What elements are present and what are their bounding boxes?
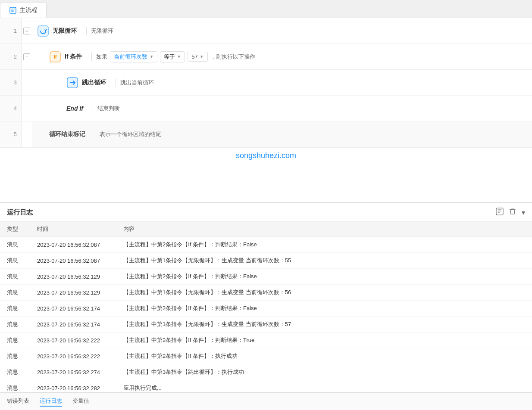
cond-op-chevron: ▼ xyxy=(177,54,181,59)
bottom-tab-vars[interactable]: 变量值 xyxy=(72,396,89,407)
log-cell-type: 消息 xyxy=(0,301,30,317)
log-section: 运行日志 ▾ 类型 时间 xyxy=(0,203,532,410)
log-row: 消息2023-07-20 16:56:32.129【主流程】中第2条指令【If … xyxy=(0,269,532,285)
log-cell-content: 【主流程】中第1条指令【无限循环】：生成变量 当前循环次数：57 xyxy=(116,317,532,332)
row3-label: 跳出循环 xyxy=(82,79,106,87)
bottom-tabs: 错误列表 运行日志 变量值 xyxy=(0,392,532,410)
tab-main-flow[interactable]: 主流程 xyxy=(0,3,47,18)
row-num-2: 2 xyxy=(0,44,22,69)
row4-desc: 结束判断 xyxy=(97,105,120,112)
log-row: 消息2023-07-20 16:56:32.222【主流程】中第2条指令【If … xyxy=(0,332,532,348)
log-row: 消息2023-07-20 16:56:32.282应用执行完成... xyxy=(0,380,532,393)
log-data-table: 类型 时间 内容 消息2023-07-20 16:56:32.087【主流程】中… xyxy=(0,222,532,392)
row-collapse-1[interactable]: − xyxy=(22,18,32,43)
log-header-row: 类型 时间 内容 xyxy=(0,222,532,237)
log-header: 运行日志 ▾ xyxy=(0,203,532,222)
log-cell-content: 【主流程】中第2条指令【If 条件】：判断结果：False xyxy=(116,301,532,317)
log-cell-content: 【主流程】中第1条指令【无限循环】：生成变量 当前循环次数：56 xyxy=(116,285,532,301)
row-num-5: 5 xyxy=(0,121,22,147)
log-table[interactable]: 类型 时间 内容 消息2023-07-20 16:56:32.087【主流程】中… xyxy=(0,222,532,392)
bottom-tab-errors[interactable]: 错误列表 xyxy=(7,396,29,407)
log-row: 消息2023-07-20 16:56:32.129【主流程】中第1条指令【无限循… xyxy=(0,285,532,301)
log-cell-type: 消息 xyxy=(0,380,30,393)
svg-rect-1 xyxy=(38,26,48,36)
row-num-4: 4 xyxy=(0,96,22,121)
row2-label: If 条件 xyxy=(65,53,82,61)
row-content-5: 循环结束标记 表示一个循环区域的结尾 xyxy=(32,121,532,147)
cond-prefix: 如果 xyxy=(96,53,107,61)
watermark: songshuhezi.com xyxy=(0,147,532,164)
log-cell-content: 【主流程】中第2条指令【If 条件】：判断结果：False xyxy=(116,269,532,285)
log-cell-content: 【主流程】中第3条指令【跳出循环】：执行成功 xyxy=(116,364,532,380)
loop-icon xyxy=(37,25,49,37)
divider-2 xyxy=(91,53,92,61)
row-collapse-4 xyxy=(22,96,32,121)
log-row: 消息2023-07-20 16:56:32.087【主流程】中第1条指令【无限循… xyxy=(0,253,532,269)
flow-row-1: 1 − 无限循环 无限循环 xyxy=(0,18,532,44)
row-content-2: If If 条件 如果 当前循环次数 ▼ 等于 ▼ 57 ▼ ，则执 xyxy=(32,44,532,69)
collapse-btn-1[interactable]: − xyxy=(23,28,30,34)
log-table-body: 消息2023-07-20 16:56:32.087【主流程】中第2条指令【If … xyxy=(0,237,532,393)
log-cell-time: 2023-07-20 16:56:32.174 xyxy=(30,301,116,317)
flow-tab-icon xyxy=(9,6,17,14)
row-collapse-5 xyxy=(22,121,32,147)
svg-rect-5 xyxy=(496,208,503,215)
flow-row-3: 3 跳出循环 跳出当前循环 xyxy=(0,70,532,96)
log-cell-type: 消息 xyxy=(0,348,30,364)
log-clear-btn[interactable] xyxy=(509,208,516,217)
row1-desc: 无限循环 xyxy=(91,27,113,35)
divider-5 xyxy=(95,130,95,139)
cond-val-chevron: ▼ xyxy=(200,54,204,59)
log-cell-type: 消息 xyxy=(0,269,30,285)
condition-row: 如果 当前循环次数 ▼ 等于 ▼ 57 ▼ ，则执行以下操作 xyxy=(96,51,255,62)
if-icon: If xyxy=(49,51,61,63)
log-actions: ▾ xyxy=(496,208,525,217)
log-cell-time: 2023-07-20 16:56:32.282 xyxy=(30,380,116,393)
log-cell-type: 消息 xyxy=(0,332,30,348)
bottom-tab-log[interactable]: 运行日志 xyxy=(40,396,62,407)
col-type: 类型 xyxy=(0,222,30,237)
collapse-btn-2[interactable]: − xyxy=(23,53,30,60)
log-cell-content: 应用执行完成... xyxy=(116,380,532,393)
log-cell-time: 2023-07-20 16:56:32.274 xyxy=(30,364,116,380)
log-collapse-btn[interactable]: ▾ xyxy=(522,208,525,217)
svg-text:If: If xyxy=(54,54,57,59)
row4-label: End If xyxy=(66,105,83,112)
log-row: 消息2023-07-20 16:56:32.087【主流程】中第2条指令【If … xyxy=(0,237,532,253)
log-row: 消息2023-07-20 16:56:32.274【主流程】中第3条指令【跳出循… xyxy=(0,364,532,380)
log-export-btn[interactable] xyxy=(496,208,504,217)
row-num-1: 1 xyxy=(0,18,22,43)
col-content: 内容 xyxy=(116,222,532,237)
flow-row-2: 2 − If If 条件 如果 当前循环次数 ▼ 等于 xyxy=(0,44,532,70)
log-cell-time: 2023-07-20 16:56:32.129 xyxy=(30,285,116,301)
log-row: 消息2023-07-20 16:56:32.174【主流程】中第1条指令【无限循… xyxy=(0,317,532,332)
log-cell-time: 2023-07-20 16:56:32.087 xyxy=(30,237,116,253)
row-content-1: 无限循环 无限循环 xyxy=(32,18,532,43)
log-cell-content: 【主流程】中第2条指令【If 条件】：执行成功 xyxy=(116,348,532,364)
log-cell-content: 【主流程】中第1条指令【无限循环】：生成变量 当前循环次数：55 xyxy=(116,253,532,269)
log-cell-type: 消息 xyxy=(0,253,30,269)
flow-row-5: 5 循环结束标记 表示一个循环区域的结尾 xyxy=(0,121,532,147)
divider-4 xyxy=(93,104,93,113)
log-cell-time: 2023-07-20 16:56:32.087 xyxy=(30,253,116,269)
tab-bar: 主流程 xyxy=(0,0,532,18)
log-cell-type: 消息 xyxy=(0,285,30,301)
log-cell-time: 2023-07-20 16:56:32.174 xyxy=(30,317,116,332)
row-content-4: End If 结束判断 xyxy=(32,96,532,121)
row-collapse-2[interactable]: − xyxy=(22,44,32,69)
break-icon xyxy=(66,77,78,89)
row-content-3: 跳出循环 跳出当前循环 xyxy=(32,70,532,95)
log-cell-type: 消息 xyxy=(0,237,30,253)
tab-main-flow-label: 主流程 xyxy=(19,6,38,14)
log-cell-content: 【主流程】中第2条指令【If 条件】：判断结果：False xyxy=(116,237,532,253)
row3-desc: 跳出当前循环 xyxy=(120,79,154,87)
log-table-head: 类型 时间 内容 xyxy=(0,222,532,237)
cond-op-select[interactable]: 等于 ▼ xyxy=(160,51,185,62)
cond-var-select[interactable]: 当前循环次数 ▼ xyxy=(110,51,157,62)
cond-val-select[interactable]: 57 ▼ xyxy=(188,52,207,62)
divider-3 xyxy=(116,78,116,87)
log-title: 运行日志 xyxy=(7,208,33,217)
divider-1 xyxy=(86,27,87,35)
cond-suffix: ，则执行以下操作 xyxy=(210,53,255,61)
flow-editor: 1 − 无限循环 无限循环 2 − xyxy=(0,18,532,203)
